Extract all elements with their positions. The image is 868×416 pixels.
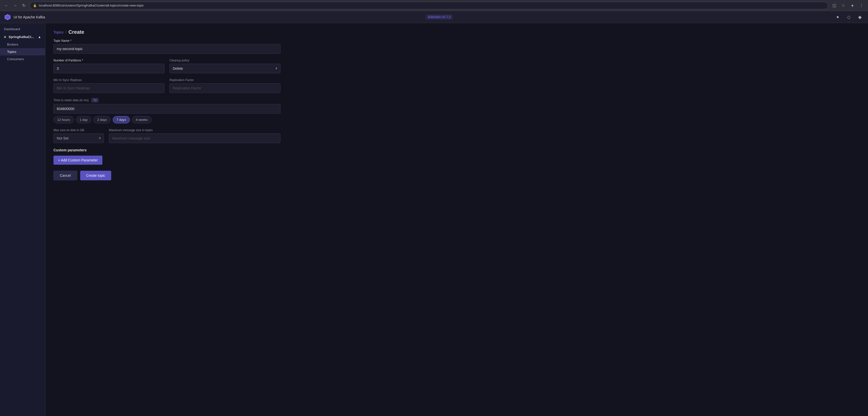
header-right: ● ◇ ◆ — [834, 13, 864, 21]
partitions-col: Number of Partitions * — [54, 59, 164, 73]
consumers-label: Consumers — [7, 57, 24, 61]
svg-point-5 — [9, 15, 10, 16]
max-size-label: Max size on disk in GB — [54, 129, 104, 132]
retain-data-label: Time to retain data (in ms) — [54, 99, 89, 102]
bookmark-button[interactable]: ☆ — [840, 2, 847, 9]
max-msg-size-col: Maximum message size in bytes — [109, 129, 280, 143]
profile-button[interactable]: ● — [849, 2, 856, 9]
retain-data-group: Time to retain data (in ms) 7d 12 hours … — [54, 98, 280, 124]
topic-name-input[interactable] — [54, 44, 280, 54]
svg-point-1 — [6, 16, 8, 18]
breadcrumb-current: Create — [69, 29, 84, 35]
browser-nav-buttons: ← → ↻ — [3, 2, 27, 9]
replicas-row: Min In Sync Replicas Replication Factor — [54, 78, 280, 93]
cluster-id: 83b5a60 — [428, 15, 441, 19]
min-sync-col: Min In Sync Replicas — [54, 78, 164, 93]
cluster-status-dot — [4, 36, 6, 38]
discord-icon-button[interactable]: ◆ — [856, 13, 864, 21]
custom-params-title: Custom parameters — [54, 148, 280, 152]
refresh-button[interactable]: ↻ — [20, 2, 27, 9]
github-icon-button[interactable]: ◇ — [845, 13, 853, 21]
sidebar-item-consumers[interactable]: Consumers — [0, 56, 45, 63]
replication-factor-label: Replication Factor — [169, 78, 280, 82]
cancel-button[interactable]: Cancel — [54, 171, 77, 180]
lock-icon: 🔓 — [33, 4, 37, 7]
breadcrumb-separator: / — [66, 30, 67, 34]
sidebar: Dashboard SpringKafkaCl... ▲ Brokers Top… — [0, 23, 45, 416]
sidebar-cluster-row[interactable]: SpringKafkaCl... ▲ — [0, 33, 45, 41]
max-size-col: Max size on disk in GB Not Set 1 5 10 50… — [54, 129, 104, 143]
partitions-label: Number of Partitions * — [54, 59, 164, 62]
time-btn-12h[interactable]: 12 hours — [54, 116, 74, 124]
sidebar-item-brokers[interactable]: Brokers — [0, 41, 45, 48]
svg-point-2 — [7, 14, 8, 15]
partitions-input[interactable] — [54, 64, 164, 73]
svg-point-6 — [5, 18, 6, 19]
breadcrumb: Topics / Create — [54, 29, 860, 35]
custom-params-section: Custom parameters + Add Custom Parameter — [54, 148, 280, 165]
cluster-name: SpringKafkaCl... — [8, 35, 34, 39]
cleanup-policy-select[interactable]: Delete Compact Delete,Compact — [169, 64, 280, 73]
svg-point-3 — [7, 19, 8, 20]
add-custom-param-button[interactable]: + Add Custom Parameter — [54, 155, 102, 165]
topic-name-group: Topic Name * — [54, 39, 280, 54]
main-layout: Dashboard SpringKafkaCl... ▲ Brokers Top… — [0, 23, 868, 416]
browser-actions: ◫ ☆ ● ⋮ — [831, 2, 865, 9]
sidebar-item-dashboard[interactable]: Dashboard — [0, 25, 45, 33]
cleanup-policy-col: Cleanup policy Delete Compact Delete,Com… — [169, 59, 280, 73]
max-msg-size-label: Maximum message size in bytes — [109, 129, 280, 132]
max-msg-size-input[interactable] — [109, 134, 280, 143]
cast-button[interactable]: ◫ — [831, 2, 838, 9]
browser-chrome: ← → ↻ 🔓 localhost:8080/ui/clusters/Sprin… — [0, 0, 868, 11]
max-size-row: Max size on disk in GB Not Set 1 5 10 50… — [54, 129, 280, 143]
time-btn-2d[interactable]: 2 days — [93, 116, 111, 124]
time-btn-4w[interactable]: 4 weeks — [132, 116, 152, 124]
max-size-select[interactable]: Not Set 1 5 10 50 100 — [54, 134, 104, 143]
time-btn-7d[interactable]: 7 days — [113, 116, 130, 124]
forward-button[interactable]: → — [11, 2, 19, 9]
max-size-select-wrapper: Not Set 1 5 10 50 100 ▼ — [54, 134, 104, 143]
retain-data-preset-badge: 7d — [91, 98, 99, 103]
user-icon-button[interactable]: ● — [834, 13, 842, 21]
retain-data-label-row: Time to retain data (in ms) 7d — [54, 98, 280, 103]
cleanup-policy-select-wrapper: Delete Compact Delete,Compact ▼ — [169, 64, 280, 73]
replication-factor-col: Replication Factor — [169, 78, 280, 93]
app-title: UI for Apache Kafka — [13, 15, 45, 19]
dashboard-label: Dashboard — [4, 27, 20, 31]
topic-name-label: Topic Name * — [54, 39, 280, 42]
breadcrumb-topics-link[interactable]: Topics — [54, 30, 64, 34]
partitions-cleanup-row: Number of Partitions * Cleanup policy De… — [54, 59, 280, 73]
app-header: UI for Apache Kafka 83b5a60 v0.7.2 ● ◇ ◆ — [0, 11, 868, 23]
url-text: localhost:8080/ui/clusters/SpringKafkaCl… — [39, 3, 144, 7]
svg-point-4 — [5, 15, 6, 16]
content-area: Topics / Create Topic Name * Number of P… — [45, 23, 868, 416]
min-sync-input[interactable] — [54, 83, 164, 93]
address-bar[interactable]: 🔓 localhost:8080/ui/clusters/SpringKafka… — [30, 2, 828, 9]
time-btn-1d[interactable]: 1 day — [76, 116, 92, 124]
retain-data-input[interactable] — [54, 104, 280, 113]
app-logo: UI for Apache Kafka — [4, 13, 45, 21]
menu-button[interactable]: ⋮ — [858, 2, 865, 9]
collapse-icon: ▲ — [38, 35, 41, 39]
create-topic-button[interactable]: Create topic — [80, 171, 111, 180]
topics-label: Topics — [7, 50, 17, 54]
back-button[interactable]: ← — [3, 2, 10, 9]
cleanup-policy-label: Cleanup policy — [169, 59, 280, 62]
form-actions: Cancel Create topic — [54, 171, 280, 180]
cluster-version: v0.7.2 — [442, 15, 451, 19]
brokers-label: Brokers — [7, 42, 19, 46]
sidebar-item-topics[interactable]: Topics — [0, 48, 45, 56]
cluster-badge[interactable]: 83b5a60 v0.7.2 — [426, 14, 453, 20]
svg-point-7 — [9, 18, 10, 19]
time-preset-buttons: 12 hours 1 day 2 days 7 days 4 weeks — [54, 116, 280, 124]
kafka-logo-icon — [4, 13, 11, 21]
min-sync-label: Min In Sync Replicas — [54, 78, 164, 82]
create-topic-form: Topic Name * Number of Partitions * Clea… — [54, 39, 280, 180]
replication-factor-input[interactable] — [169, 83, 280, 93]
